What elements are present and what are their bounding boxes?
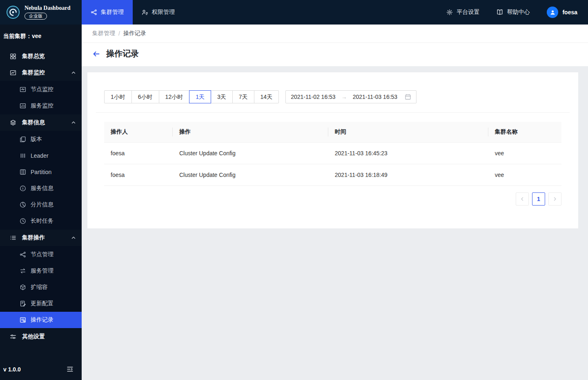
sidebar-group-label: 集群监控: [22, 69, 45, 76]
sidebar-group-label: 集群信息: [22, 119, 45, 126]
column-header-1: 操作: [173, 122, 328, 143]
sidebar-item-update-config[interactable]: 更新配置: [0, 295, 82, 312]
service-info-icon: [20, 185, 26, 192]
topbar: Nebula Dashboard 企业版 集群管理权限管理 平台设置帮助中心 f…: [0, 0, 588, 25]
sidebar-item-service-monitor[interactable]: 服务监控: [0, 98, 82, 114]
table-wrap: 操作人操作时间集群名称foesaCluster Update Config202…: [104, 122, 561, 186]
top-link-label: 平台设置: [457, 9, 479, 16]
node-monitor-icon: [20, 86, 26, 93]
long-task-icon: [20, 218, 26, 224]
sidebar-item-label: 分片信息: [31, 201, 53, 208]
table-cell-1: Cluster Update Config: [173, 164, 328, 186]
divider: [96, 112, 570, 113]
brand-text: Nebula Dashboard 企业版: [24, 5, 70, 20]
sidebar-item-label: 节点监控: [31, 86, 53, 93]
page-1-button[interactable]: 1: [532, 192, 545, 206]
pagination: 1: [104, 192, 561, 206]
top-tab-permission[interactable]: 权限管理: [133, 0, 184, 25]
permission-icon: [142, 9, 148, 16]
sidebar: 当前集群：vee 集群总览集群监控节点监控服务监控集群信息版本LeaderPar…: [0, 25, 82, 380]
sidebar-item-service-info[interactable]: 服务信息: [0, 180, 82, 197]
breadcrumb-item-0[interactable]: 集群管理: [92, 30, 115, 37]
collapse-sidebar-icon[interactable]: [67, 366, 74, 373]
table-cell-3: vee: [488, 164, 561, 186]
submenu: 节点监控服务监控: [0, 81, 82, 114]
update-config-icon: [20, 300, 26, 307]
cluster-info-icon: [10, 119, 16, 126]
table-cell-0: foesa: [104, 143, 173, 164]
gear-icon: [446, 9, 453, 16]
date-range-picker[interactable]: 2021-11-02 16:53 → 2021-11-03 16:53: [285, 90, 416, 103]
time-filter-option-1[interactable]: 6小时: [131, 90, 159, 103]
version-label: v 1.0.0: [3, 366, 21, 373]
prev-page-button[interactable]: [516, 192, 529, 206]
sidebar-item-partition[interactable]: Partition: [0, 164, 82, 180]
cluster-operation-icon: [10, 235, 16, 241]
sidebar-item-overview[interactable]: 集群总览: [0, 48, 82, 65]
edition-badge: 企业版: [24, 13, 47, 20]
next-page-button[interactable]: [548, 192, 561, 206]
time-filter-option-3[interactable]: 1天: [189, 90, 211, 103]
sidebar-item-service-manage[interactable]: 服务管理: [0, 263, 82, 279]
table-cell-1: Cluster Update Config: [173, 143, 328, 164]
breadcrumb: 集群管理/操作记录: [82, 25, 588, 43]
page-head: 集群管理/操作记录 操作记录: [82, 25, 588, 66]
column-header-2: 时间: [328, 122, 488, 143]
sidebar-item-node-manage[interactable]: 节点管理: [0, 246, 82, 263]
chevron-up-icon: [71, 120, 76, 125]
sidebar-item-other-settings[interactable]: 其他设置: [0, 329, 82, 345]
sidebar-item-node-monitor[interactable]: 节点监控: [0, 81, 82, 98]
sidebar-item-long-task[interactable]: 长时任务: [0, 213, 82, 229]
sidebar-item-label: 服务监控: [31, 102, 53, 110]
column-header-0: 操作人: [104, 122, 173, 143]
sidebar-group-monitor[interactable]: 集群监控: [0, 65, 82, 81]
sidebar-item-label: 服务信息: [31, 185, 53, 192]
user-menu[interactable]: foesa: [547, 7, 577, 18]
top-link-label: 帮助中心: [507, 9, 530, 16]
time-filter-group: 1小时6小时12小时1天3天7天14天: [104, 90, 279, 103]
table-cell-0: foesa: [104, 164, 173, 186]
column-header-3: 集群名称: [488, 122, 561, 143]
help-icon: [497, 9, 503, 16]
sidebar-item-label: 服务管理: [31, 267, 53, 275]
sidebar-group-cluster-operation[interactable]: 集群操作: [0, 230, 82, 246]
time-filter-option-4[interactable]: 3天: [211, 90, 233, 103]
chevron-up-icon: [71, 235, 76, 240]
time-filter-option-0[interactable]: 1小时: [104, 90, 132, 103]
scale-icon: [20, 284, 26, 291]
sidebar-item-label: Leader: [31, 152, 49, 159]
table-cell-3: vee: [488, 143, 561, 164]
top-tab-label: 权限管理: [152, 9, 175, 16]
time-filter-option-6[interactable]: 14天: [254, 90, 279, 103]
sidebar-item-operation-record[interactable]: 操作记录: [0, 312, 82, 328]
sidebar-item-version[interactable]: 版本: [0, 131, 82, 148]
avatar: [547, 7, 558, 18]
sidebar-item-label: 扩缩容: [31, 284, 48, 291]
table-row: foesaCluster Update Config2021-11-03 16:…: [104, 164, 561, 186]
sidebar-item-scale[interactable]: 扩缩容: [0, 279, 82, 295]
sidebar-footer: v 1.0.0: [0, 366, 82, 380]
time-filter-option-5[interactable]: 7天: [232, 90, 254, 103]
sidebar-group-cluster-info[interactable]: 集群信息: [0, 114, 82, 131]
partition-icon: [20, 169, 26, 175]
table-header-row: 操作人操作时间集群名称: [104, 122, 561, 143]
brand: Nebula Dashboard 企业版: [0, 0, 82, 25]
sidebar-group-label: 集群操作: [22, 234, 45, 241]
service-monitor-icon: [20, 103, 26, 109]
top-link-help[interactable]: 帮助中心: [497, 9, 530, 16]
table-cell-2: 2021-11-03 16:45:23: [328, 143, 488, 164]
top-nav: 集群管理权限管理: [82, 0, 184, 25]
brand-title: Nebula Dashboard: [24, 5, 70, 11]
sidebar-item-label: 长时任务: [31, 217, 53, 225]
back-button[interactable]: [92, 50, 100, 58]
sidebar-item-label: 操作记录: [31, 316, 53, 324]
page-title: 操作记录: [106, 48, 139, 59]
sidebar-item-shard-info[interactable]: 分片信息: [0, 197, 82, 213]
top-tab-cluster[interactable]: 集群管理: [82, 0, 133, 25]
top-link-gear[interactable]: 平台设置: [446, 9, 479, 16]
sidebar-item-label: 其他设置: [22, 333, 45, 340]
sidebar-item-label: 集群总览: [22, 53, 45, 60]
username: foesa: [562, 9, 577, 16]
sidebar-item-leader[interactable]: Leader: [0, 148, 82, 164]
time-filter-option-2[interactable]: 12小时: [159, 90, 190, 103]
